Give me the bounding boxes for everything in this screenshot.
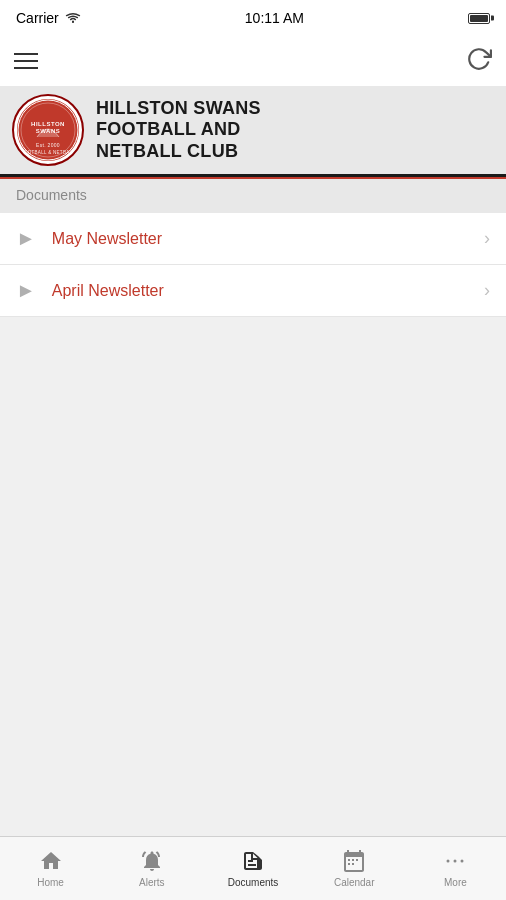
chevron-right-icon: › [484, 228, 490, 249]
refresh-icon [466, 46, 492, 72]
section-header: Documents [0, 177, 506, 213]
document-label: May Newsletter [52, 230, 484, 248]
svg-point-14 [461, 860, 464, 863]
status-carrier: Carrier [16, 10, 81, 26]
arrow-right-filled-icon: ► [16, 279, 36, 302]
tab-alerts-label: Alerts [139, 877, 165, 888]
more-icon [443, 849, 467, 873]
hamburger-line [14, 53, 38, 55]
tab-home-label: Home [37, 877, 64, 888]
svg-rect-8 [352, 859, 354, 861]
nav-bar [0, 36, 506, 86]
tab-calendar[interactable]: Calendar [304, 837, 405, 900]
documents-list: ► May Newsletter › ► April Newsletter › [0, 213, 506, 317]
tab-bar: Home Alerts Documents Calendar [0, 836, 506, 900]
chevron-right-icon: › [484, 280, 490, 301]
club-name: HILLSTON SWANS FOOTBALL AND NETBALL CLUB [96, 98, 261, 163]
tab-home[interactable]: Home [0, 837, 101, 900]
wifi-icon [65, 12, 81, 24]
svg-text:HILLSTON: HILLSTON [31, 121, 65, 127]
club-name-line1: HILLSTON SWANS [96, 98, 261, 120]
home-icon [39, 849, 63, 873]
list-item[interactable]: ► April Newsletter › [0, 265, 506, 317]
status-battery [468, 13, 490, 24]
tab-more[interactable]: More [405, 837, 506, 900]
hamburger-line [14, 60, 38, 62]
svg-text:FOOTBALL & NETBALL: FOOTBALL & NETBALL [21, 150, 75, 155]
tab-more-label: More [444, 877, 467, 888]
club-name-line2: FOOTBALL AND [96, 119, 261, 141]
svg-rect-7 [348, 859, 350, 861]
svg-rect-10 [348, 863, 350, 865]
tab-documents[interactable]: Documents [202, 837, 303, 900]
content-area [0, 317, 506, 836]
hamburger-menu-button[interactable] [14, 46, 44, 76]
svg-point-12 [447, 860, 450, 863]
section-title: Documents [16, 187, 87, 203]
arrow-right-filled-icon: ► [16, 227, 36, 250]
club-logo: HILLSTON SWANS Est. 2000 FOOTBALL & NETB… [14, 96, 82, 164]
status-time: 10:11 AM [245, 10, 304, 26]
refresh-button[interactable] [466, 46, 492, 76]
documents-icon [241, 849, 265, 873]
club-header: HILLSTON SWANS Est. 2000 FOOTBALL & NETB… [0, 86, 506, 177]
alerts-icon [140, 849, 164, 873]
document-label: April Newsletter [52, 282, 484, 300]
tab-alerts[interactable]: Alerts [101, 837, 202, 900]
list-item[interactable]: ► May Newsletter › [0, 213, 506, 265]
svg-point-13 [454, 860, 457, 863]
club-logo-svg: HILLSTON SWANS Est. 2000 FOOTBALL & NETB… [17, 99, 79, 161]
svg-rect-11 [352, 863, 354, 865]
tab-documents-label: Documents [228, 877, 279, 888]
club-name-line3: NETBALL CLUB [96, 141, 261, 163]
svg-text:Est. 2000: Est. 2000 [36, 142, 60, 148]
tab-calendar-label: Calendar [334, 877, 375, 888]
carrier-text: Carrier [16, 10, 59, 26]
calendar-icon [342, 849, 366, 873]
hamburger-line [14, 67, 38, 69]
status-bar: Carrier 10:11 AM [0, 0, 506, 36]
svg-rect-9 [356, 859, 358, 861]
svg-point-0 [72, 21, 74, 23]
